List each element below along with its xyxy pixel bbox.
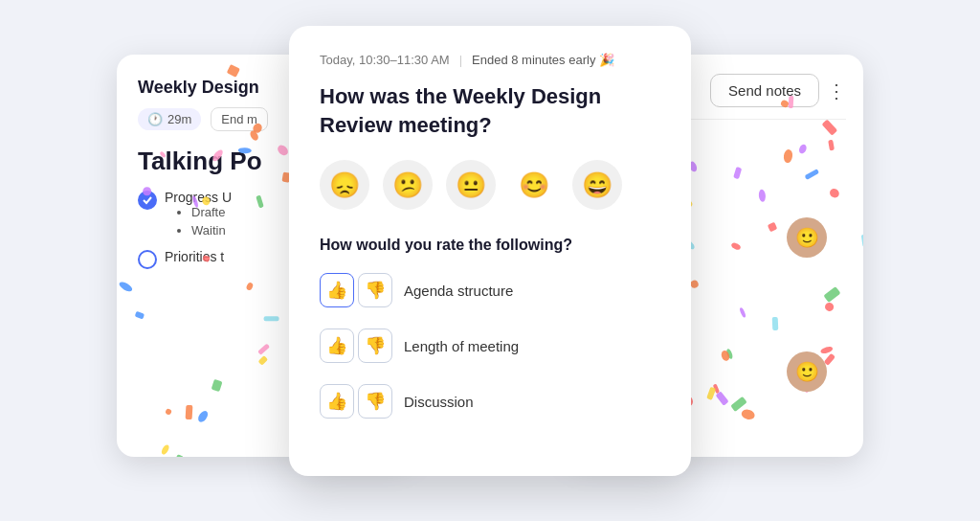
- emoji-row[interactable]: 😞 😕 😐 😊 😄: [320, 160, 660, 210]
- clock-icon: 🕐: [147, 112, 163, 126]
- emoji-neutral[interactable]: 😐: [446, 160, 496, 210]
- item-label: Priorities t: [165, 249, 224, 264]
- question-title: How was the Weekly Design Review meeting…: [320, 82, 660, 139]
- emoji-very-sad[interactable]: 😞: [320, 160, 369, 210]
- sub-item: Waitin: [191, 223, 232, 238]
- scene: Weekly Design 🕐 29m End m Talking Po Pro…: [117, 26, 863, 495]
- user-avatar: 🙂: [787, 351, 827, 392]
- end-meeting-button[interactable]: End m: [211, 107, 268, 131]
- emoji-very-happy[interactable]: 😄: [572, 160, 622, 210]
- rate-item-length: 👍 👎 Length of meeting: [320, 328, 660, 363]
- rate-item-agenda: 👍 👎 Agenda structure: [320, 273, 660, 307]
- user-avatar: 🙂: [787, 217, 827, 258]
- thumb-group-discussion: 👍 👎: [320, 384, 392, 419]
- avatar-1: 🙂: [787, 217, 827, 258]
- send-notes-button[interactable]: Send notes: [710, 74, 819, 107]
- thumbup-length[interactable]: 👍: [320, 328, 354, 363]
- rate-label-length: Length of meeting: [404, 338, 519, 354]
- timer-badge: 🕐 29m: [138, 108, 201, 130]
- avatar-2: 🙂: [787, 351, 827, 392]
- thumbup-discussion[interactable]: 👍: [320, 384, 354, 419]
- emoji-happy[interactable]: 😊: [509, 160, 559, 210]
- timer-value: 29m: [167, 112, 191, 126]
- thumbdown-discussion[interactable]: 👎: [358, 384, 392, 419]
- meta-divider: |: [459, 53, 462, 67]
- rate-label-discussion: Discussion: [404, 394, 474, 410]
- item-label: Progress U: [165, 190, 232, 205]
- meta-row: Today, 10:30–11:30 AM | Ended 8 minutes …: [320, 53, 660, 67]
- more-options-icon[interactable]: ⋮: [827, 79, 846, 102]
- sub-item: Drafte: [191, 205, 232, 219]
- meta-time: Today, 10:30–11:30 AM: [320, 53, 450, 67]
- thumbdown-length[interactable]: 👎: [358, 328, 392, 363]
- check-circle-filled: [138, 191, 157, 210]
- meeting-name-strong: Weekly Design Review: [320, 84, 601, 137]
- check-circle-empty: [138, 250, 157, 269]
- emoji-sad[interactable]: 😕: [383, 160, 433, 210]
- thumbup-agenda[interactable]: 👍: [320, 273, 354, 307]
- rate-title: How would you rate the following?: [320, 237, 660, 254]
- thumb-group-length: 👍 👎: [320, 328, 392, 363]
- thumb-group-agenda: 👍 👎: [320, 273, 392, 307]
- front-card: Today, 10:30–11:30 AM | Ended 8 minutes …: [289, 26, 691, 476]
- thumbdown-agenda[interactable]: 👎: [358, 273, 392, 307]
- rate-label-agenda: Agenda structure: [404, 283, 513, 299]
- rate-item-discussion: 👍 👎 Discussion: [320, 384, 660, 419]
- ended-early-badge: Ended 8 minutes early 🎉: [472, 53, 614, 67]
- sub-items: Drafte Waitin: [191, 205, 232, 238]
